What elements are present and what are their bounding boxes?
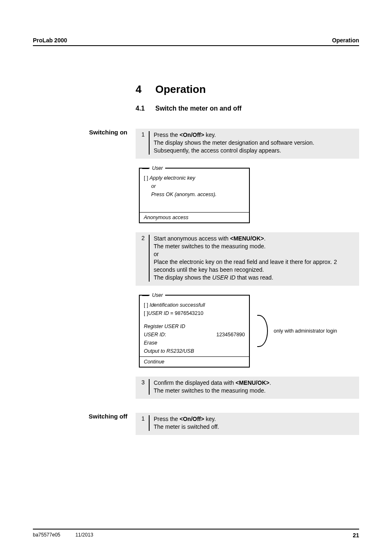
header-right: Operation xyxy=(332,37,359,44)
step-text: Start anonymous access with <MENU/OK>. T… xyxy=(154,235,356,281)
section-number: 4.1 xyxy=(136,105,155,112)
admin-annotation: only with administrator login xyxy=(274,328,337,334)
section-heading: 4.1 Switch the meter on and off xyxy=(136,105,359,112)
footer-doc-id: ba75577e05 xyxy=(33,532,60,538)
switching-on-label: Switching on xyxy=(33,129,136,399)
panel-footer: Anonymous access xyxy=(140,212,249,222)
step-number: 2 xyxy=(139,235,149,281)
page-footer: ba75577e05 11/2013 21 xyxy=(33,529,359,539)
step-divider xyxy=(149,131,150,155)
footer-date: 11/2013 xyxy=(75,532,93,538)
checkbox-icon: [ ] xyxy=(144,310,148,316)
text: = 9876543210 xyxy=(169,310,203,316)
text: : xyxy=(165,332,166,338)
text: Press the xyxy=(154,132,180,138)
switching-on-block: Switching on 1 Press the <On/Off> key. T… xyxy=(33,129,359,399)
text: USER ID xyxy=(144,332,165,338)
step-text: Press the <On/Off> key. The meter is swi… xyxy=(154,415,356,431)
text: or xyxy=(154,251,159,257)
switching-off-label: Switching off xyxy=(33,413,136,435)
text: Press the xyxy=(154,416,180,422)
chapter-number: 4 xyxy=(136,83,155,96)
chapter-title: Operation xyxy=(155,83,206,96)
text: Identification successfull xyxy=(150,302,205,308)
page-header: ProLab 2000 Operation xyxy=(33,37,359,46)
text: Subsequently, the access control display… xyxy=(154,147,281,154)
text: Output to RS232/USB xyxy=(144,347,245,355)
step-number: 3 xyxy=(139,379,149,395)
text: The display shows the meter designation … xyxy=(154,139,314,146)
switching-off-block: Switching off 1 Press the <On/Off> key. … xyxy=(33,413,359,435)
text: The meter is switched off. xyxy=(154,423,219,430)
text: The meter switches to the measuring mode… xyxy=(154,387,265,394)
step-3: 3 Confirm the displayed data with <MENU/… xyxy=(136,377,359,399)
text: Erase xyxy=(144,339,245,347)
display-panel-1: User [ ] Apply electronic key or Press O… xyxy=(139,168,250,224)
text: or xyxy=(144,183,245,190)
display-panel-2: User [ ] Identification successfull [ ]U… xyxy=(139,295,250,368)
page-number: 21 xyxy=(353,532,359,539)
text: Register USER ID xyxy=(144,323,245,330)
display-panel-1-wrap: User [ ] Apply electronic key or Press O… xyxy=(139,168,359,224)
checkbox-icon: [ ] xyxy=(144,175,150,181)
step-number: 1 xyxy=(139,415,149,431)
step-number: 1 xyxy=(139,131,149,155)
text: that was read. xyxy=(235,274,273,281)
user-id-italic: USER ID xyxy=(212,274,235,281)
step-1-off: 1 Press the <On/Off> key. The meter is s… xyxy=(136,413,359,435)
step-text: Confirm the displayed data with <MENU/OK… xyxy=(154,379,356,395)
curly-brace-icon xyxy=(257,315,268,347)
step-divider xyxy=(149,415,150,431)
key-menuok: <MENU/OK> xyxy=(230,235,264,242)
text: Place the electronic key on the read fie… xyxy=(154,259,337,273)
main-content: 4 Operation 4.1 Switch the meter on and … xyxy=(33,83,359,435)
text: Start anonymous access with xyxy=(154,235,230,242)
step-2: 2 Start anonymous access with <MENU/OK>.… xyxy=(136,232,359,285)
step-divider xyxy=(149,235,150,281)
step-text: Press the <On/Off> key. The display show… xyxy=(154,131,356,155)
text: Confirm the displayed data with xyxy=(154,379,235,386)
header-left: ProLab 2000 xyxy=(33,37,67,44)
text: The meter switches to the measuring mode… xyxy=(154,243,265,250)
step-divider xyxy=(149,379,150,395)
page: ProLab 2000 Operation 4 Operation 4.1 Sw… xyxy=(0,0,392,555)
text: key. xyxy=(204,132,216,138)
key-onoff: <On/Off> xyxy=(180,416,204,422)
checkbox-icon: [ ] xyxy=(144,302,150,308)
text: Apply electronic key xyxy=(150,175,195,181)
text: 1234567890 xyxy=(216,331,245,338)
display-panel-2-wrap: User [ ] Identification successfull [ ]U… xyxy=(139,295,359,368)
step-1: 1 Press the <On/Off> key. The display sh… xyxy=(136,129,359,159)
text: key. xyxy=(204,416,216,422)
panel-footer: Continue xyxy=(140,356,249,367)
key-menuok: <MENU/OK> xyxy=(235,379,269,386)
text: USER ID xyxy=(148,310,169,316)
panel-title: User xyxy=(150,291,165,299)
section-title: Switch the meter on and off xyxy=(155,105,242,112)
chapter-heading: 4 Operation xyxy=(136,83,359,96)
panel-title: User xyxy=(150,164,165,172)
text: The display shows the xyxy=(154,274,212,281)
text: . xyxy=(270,379,271,386)
text: . xyxy=(264,235,265,242)
key-onoff: <On/Off> xyxy=(180,132,204,138)
text: Press OK (anonym. access). xyxy=(144,191,245,198)
